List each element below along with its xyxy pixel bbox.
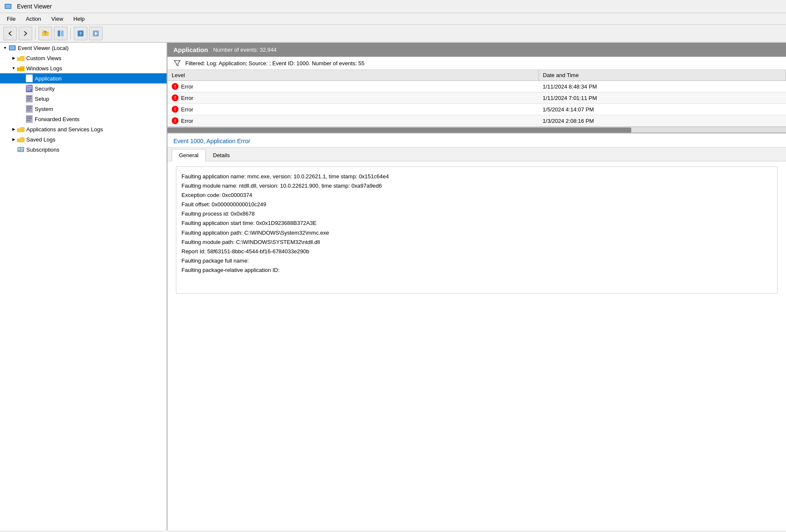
error-icon-3: ! xyxy=(172,106,178,113)
detail-title: Event 1000, Application Error xyxy=(173,138,250,144)
title-bar: Event Viewer xyxy=(0,0,786,13)
svg-rect-20 xyxy=(26,75,28,77)
detail-content: Faulting application name: mmc.exe, vers… xyxy=(167,161,786,530)
svg-rect-32 xyxy=(27,108,32,109)
svg-marker-39 xyxy=(17,137,25,142)
svg-rect-27 xyxy=(27,96,32,97)
detail-panel: Event 1000, Application Error General De… xyxy=(167,133,786,530)
cell-datetime-1: 1/11/2024 8:48:34 PM xyxy=(538,81,786,92)
setup-log-icon xyxy=(25,95,33,103)
system-log-icon xyxy=(25,105,33,113)
svg-rect-36 xyxy=(27,118,32,119)
svg-marker-13 xyxy=(17,56,25,61)
col-datetime[interactable]: Date and Time xyxy=(538,70,786,81)
tree-arrow-custom-views xyxy=(10,55,17,61)
svg-rect-33 xyxy=(27,110,30,111)
custom-views-icon xyxy=(17,54,25,62)
sidebar-item-custom-views[interactable]: Custom Views xyxy=(0,53,167,63)
windows-logs-label: Windows Logs xyxy=(26,65,62,72)
table-scrollbar[interactable] xyxy=(167,127,786,133)
up-button[interactable] xyxy=(39,27,52,40)
help-button[interactable]: ? xyxy=(74,27,87,40)
sidebar-item-root[interactable]: Event Viewer (Local) xyxy=(0,43,167,53)
svg-text:?: ? xyxy=(79,31,82,36)
sidebar-item-application[interactable]: Application xyxy=(0,73,167,83)
toolbar: ? xyxy=(0,25,786,43)
filter-text: Filtered: Log: Application; Source: ; Ev… xyxy=(185,60,365,66)
svg-rect-19 xyxy=(27,79,30,80)
sidebar-item-app-services-logs[interactable]: Applications and Services Logs xyxy=(0,124,167,134)
sidebar-item-saved-logs[interactable]: Saved Logs xyxy=(0,134,167,144)
root-icon xyxy=(8,44,16,52)
back-button[interactable] xyxy=(3,27,17,40)
svg-rect-31 xyxy=(27,106,32,107)
root-label: Event Viewer (Local) xyxy=(18,45,69,51)
panel-subtitle: Number of events: 32,944 xyxy=(213,47,277,53)
tab-details[interactable]: Details xyxy=(206,149,237,161)
show-hide-button[interactable] xyxy=(54,27,67,40)
table-row[interactable]: ! Error 1/3/2024 2:08:16 PM xyxy=(167,115,786,127)
right-panel: Application Number of events: 32,944 Fil… xyxy=(167,43,786,530)
main-container: Event Viewer (Local) Custom Views Window… xyxy=(0,43,786,530)
table-row[interactable]: ! Error 1/11/2024 8:48:34 PM xyxy=(167,81,786,92)
detail-text-box: Faulting application name: mmc.exe, vers… xyxy=(176,166,778,294)
svg-marker-15 xyxy=(17,67,25,71)
app-services-icon xyxy=(17,125,25,133)
windows-logs-icon xyxy=(17,64,25,72)
custom-views-label: Custom Views xyxy=(26,55,61,61)
svg-rect-23 xyxy=(27,88,32,89)
custom-button[interactable] xyxy=(89,27,103,40)
cell-datetime-4: 1/3/2024 2:08:16 PM xyxy=(538,115,786,127)
tree-arrow-root xyxy=(2,44,8,51)
svg-rect-6 xyxy=(61,30,64,36)
error-icon-4: ! xyxy=(172,117,178,124)
forward-button[interactable] xyxy=(19,27,32,40)
panel-header: Application Number of events: 32,944 xyxy=(167,43,786,57)
subscriptions-icon xyxy=(17,146,25,153)
svg-rect-5 xyxy=(58,30,60,36)
sidebar-item-forwarded-events[interactable]: Forwarded Events xyxy=(0,114,167,124)
saved-logs-label: Saved Logs xyxy=(26,136,56,143)
menu-help[interactable]: Help xyxy=(69,14,89,23)
forwarded-log-icon xyxy=(25,115,33,123)
sidebar-item-security[interactable]: Security xyxy=(0,83,167,94)
subscriptions-label: Subscriptions xyxy=(26,147,59,153)
svg-rect-42 xyxy=(21,148,23,149)
security-label: Security xyxy=(35,86,55,92)
sidebar-item-windows-logs[interactable]: Windows Logs xyxy=(0,63,167,73)
svg-rect-28 xyxy=(27,98,32,99)
svg-rect-24 xyxy=(27,89,30,90)
security-log-icon xyxy=(25,85,33,92)
error-icon-1: ! xyxy=(172,83,178,90)
filter-icon xyxy=(173,59,181,67)
cell-level-3: ! Error xyxy=(167,104,538,115)
detail-tabs: General Details xyxy=(167,147,786,161)
sidebar-item-setup[interactable]: Setup xyxy=(0,94,167,104)
forwarded-label: Forwarded Events xyxy=(35,116,80,122)
filter-bar: Filtered: Log: Application; Source: ; Ev… xyxy=(167,57,786,70)
application-log-icon xyxy=(25,75,33,82)
application-label: Application xyxy=(35,75,62,82)
cell-level-2: ! Error xyxy=(167,92,538,104)
tab-general[interactable]: General xyxy=(172,149,206,161)
svg-rect-41 xyxy=(18,148,20,150)
sidebar-item-subscriptions[interactable]: Subscriptions xyxy=(0,144,167,155)
menu-file[interactable]: File xyxy=(3,14,20,23)
toolbar-separator-1 xyxy=(35,28,36,39)
svg-rect-2 xyxy=(7,8,9,9)
toolbar-separator-2 xyxy=(70,28,71,39)
sidebar-item-system[interactable]: System xyxy=(0,104,167,114)
svg-marker-38 xyxy=(17,127,25,132)
col-level[interactable]: Level xyxy=(167,70,538,81)
menu-action[interactable]: Action xyxy=(22,14,45,23)
saved-logs-icon xyxy=(17,136,25,143)
menu-view[interactable]: View xyxy=(47,14,67,23)
table-row[interactable]: ! Error 1/5/2024 4:14:07 PM xyxy=(167,104,786,115)
svg-rect-18 xyxy=(27,78,32,78)
sidebar-tree: Event Viewer (Local) Custom Views Window… xyxy=(0,43,167,530)
panel-title: Application xyxy=(173,46,208,53)
error-icon-2: ! xyxy=(172,94,178,101)
tree-arrow-app-services xyxy=(10,126,17,133)
tree-arrow-saved-logs xyxy=(10,136,17,143)
table-row[interactable]: ! Error 1/11/2024 7:01:11 PM xyxy=(167,92,786,104)
